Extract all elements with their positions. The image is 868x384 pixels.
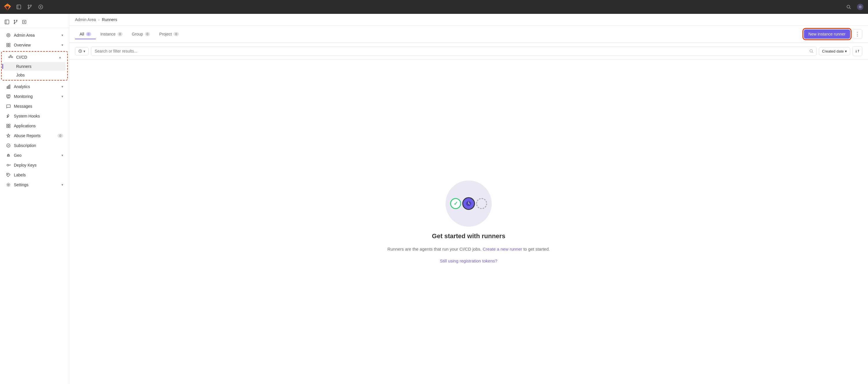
history-icon [78, 49, 82, 53]
svg-line-14 [849, 8, 851, 9]
monitoring-icon [6, 94, 11, 99]
main-content: Admin Area › Runners All 0 Instance 0 Gr… [69, 14, 868, 384]
sidebar-item-labels-label: Labels [14, 173, 63, 177]
sidebar-item-cicd-label: CI/CD [16, 55, 56, 59]
breadcrumb: Admin Area › Runners [69, 14, 868, 26]
sidebar-item-overview-label: Overview [14, 43, 59, 47]
svg-point-21 [17, 20, 17, 21]
monitoring-chevron: ▾ [61, 94, 63, 98]
analytics-chevron: ▾ [61, 85, 63, 89]
user-profile-button[interactable] [856, 3, 865, 11]
gitlab-logo[interactable] [3, 3, 11, 11]
search-submit-button[interactable] [809, 49, 814, 53]
geo-icon [6, 153, 11, 158]
create-runner-link[interactable]: Create a new runner [483, 246, 522, 252]
sidebar-item-deploy-keys[interactable]: Deploy Keys [1, 160, 68, 170]
sidebar-item-settings-label: Settings [14, 182, 59, 187]
filter-history-chevron: ▾ [83, 49, 85, 53]
sidebar: Admin Area ▾ Overview ▾ [0, 14, 69, 384]
registration-tokens-link[interactable]: Still using registration tokens? [440, 258, 497, 263]
svg-point-26 [8, 35, 9, 36]
new-instance-runner-button[interactable]: New instance runner [804, 29, 850, 39]
sidebar-item-admin-area[interactable]: Admin Area ▾ [1, 30, 68, 40]
deploy-keys-icon [6, 163, 11, 168]
svg-point-58 [810, 50, 812, 52]
sidebar-item-geo[interactable]: Geo ▾ [1, 150, 68, 160]
runner-pending-icon [476, 198, 487, 209]
svg-rect-27 [7, 43, 8, 45]
breadcrumb-parent-link[interactable]: Admin Area [75, 17, 96, 22]
runners-header: All 0 Instance 0 Group 0 Project 0 New i… [69, 26, 868, 43]
filter-history-button[interactable]: ▾ [75, 47, 89, 55]
search-input[interactable] [91, 47, 817, 56]
svg-point-31 [9, 57, 10, 58]
cicd-chevron: ▴ [59, 55, 61, 59]
tab-instance[interactable]: Instance 0 [96, 29, 127, 39]
add-new-button[interactable] [37, 3, 44, 11]
sort-order-button[interactable] [852, 46, 862, 56]
sort-chevron: ▾ [845, 49, 847, 53]
svg-rect-38 [8, 86, 9, 88]
sidebar-item-subscription[interactable]: Subscription [1, 141, 68, 150]
search-container [91, 47, 817, 56]
sidebar-item-applications[interactable]: Applications [1, 121, 68, 131]
svg-point-25 [7, 33, 10, 37]
sidebar-item-labels[interactable]: Labels [1, 170, 68, 180]
abuse-reports-badge: 0 [57, 134, 63, 138]
tab-group[interactable]: Group 0 [127, 29, 155, 39]
sidebar-item-messages-label: Messages [14, 104, 63, 109]
kebab-icon: ⋮ [855, 31, 860, 37]
sidebar-item-monitoring[interactable]: Monitoring ▾ [1, 91, 68, 101]
sidebar-item-deploy-keys-label: Deploy Keys [14, 163, 63, 168]
tab-all[interactable]: All 0 [75, 29, 96, 39]
analytics-icon [6, 84, 11, 89]
sidebar-toggle-button[interactable] [15, 3, 23, 11]
sidebar-sub-item-runners[interactable]: Runners [3, 62, 65, 71]
empty-state-description: Runners are the agents that run your CI/… [388, 246, 550, 253]
empty-state-title: Get started with runners [432, 232, 505, 240]
svg-rect-28 [9, 43, 10, 45]
svg-rect-5 [17, 5, 21, 9]
sidebar-mr-button[interactable] [12, 19, 19, 25]
svg-point-55 [7, 174, 8, 175]
svg-point-56 [8, 184, 9, 186]
sort-dropdown-button[interactable]: Created date ▾ [819, 47, 850, 55]
sidebar-item-geo-label: Geo [14, 153, 59, 158]
system-hooks-icon [6, 114, 11, 119]
cicd-icon [8, 55, 13, 60]
sidebar-item-analytics[interactable]: Analytics ▾ [1, 82, 68, 91]
search-button[interactable] [845, 3, 852, 11]
sort-label: Created date [822, 49, 844, 53]
sidebar-collapse-button[interactable] [3, 19, 10, 25]
svg-rect-17 [5, 20, 9, 24]
svg-point-8 [28, 8, 29, 9]
more-options-button[interactable]: ⋮ [852, 29, 862, 39]
breadcrumb-current: Runners [102, 17, 117, 22]
sidebar-item-messages[interactable]: Messages [1, 101, 68, 111]
sidebar-sub-item-jobs[interactable]: Jobs [3, 71, 65, 80]
labels-icon [6, 172, 11, 178]
runners-tabs: All 0 Instance 0 Group 0 Project 0 [75, 29, 437, 39]
admin-area-chevron: ▾ [61, 33, 63, 37]
svg-rect-48 [9, 126, 10, 128]
settings-icon [6, 182, 11, 187]
sidebar-item-system-hooks[interactable]: System Hooks [1, 111, 68, 121]
breadcrumb-separator: › [98, 17, 99, 22]
sidebar-item-monitoring-label: Monitoring [14, 94, 59, 99]
merge-request-icon-button[interactable] [26, 3, 33, 11]
sidebar-item-overview[interactable]: Overview ▾ [1, 40, 68, 50]
runners-illustration: ✓ [445, 180, 492, 227]
admin-area-icon [6, 33, 11, 38]
sidebar-edit-button[interactable] [21, 19, 28, 25]
svg-rect-30 [9, 45, 10, 47]
svg-point-20 [14, 23, 15, 24]
sidebar-item-settings[interactable]: Settings ▾ [1, 180, 68, 190]
sidebar-item-analytics-label: Analytics [14, 84, 59, 89]
svg-rect-46 [9, 124, 10, 126]
sidebar-item-cicd[interactable]: CI/CD ▴ [3, 52, 65, 62]
tab-project[interactable]: Project 0 [155, 29, 184, 39]
svg-rect-45 [7, 124, 8, 126]
svg-rect-37 [7, 87, 8, 88]
sidebar-item-abuse-reports[interactable]: Abuse Reports 0 [1, 131, 68, 141]
geo-chevron: ▾ [61, 153, 63, 157]
